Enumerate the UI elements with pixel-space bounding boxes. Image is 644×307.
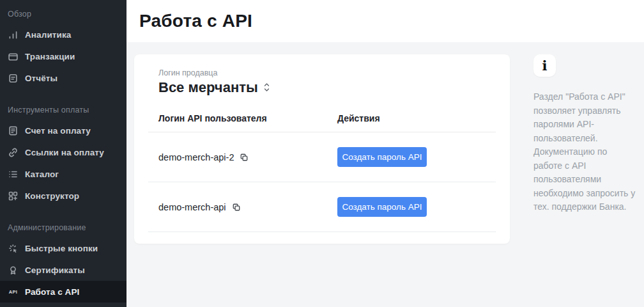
login-cell: demo-merch-api <box>148 202 337 212</box>
table-row: demo-merch-api-2 Создать пароль API <box>148 132 496 182</box>
info-panel: i Раздел "Работа с API" позволяет управл… <box>533 54 636 244</box>
main-area: Работа с API Логин продавца Все мерчанты… <box>126 0 644 307</box>
catalog-icon <box>8 169 19 180</box>
column-header-actions: Действия <box>337 113 496 123</box>
api-icon: API <box>8 287 19 297</box>
sidebar-item-api[interactable]: API Работа с API <box>0 281 126 303</box>
table-header: Логин API пользователя Действия <box>148 113 496 132</box>
content: Логин продавца Все мерчанты Логин API по… <box>126 42 644 244</box>
sidebar-item-label: Отчёты <box>25 74 57 83</box>
sidebar-item-analytics[interactable]: Аналитика <box>0 24 126 45</box>
sidebar-item-certificates[interactable]: Сертификаты <box>0 259 126 281</box>
sidebar-section-label: Инструменты оплаты <box>0 106 126 114</box>
unfold-more-icon <box>264 79 270 96</box>
login-cell: demo-merch-api-2 <box>148 152 337 162</box>
action-cell: Создать пароль API <box>337 147 496 167</box>
sidebar-item-label: Аналитика <box>25 30 71 40</box>
merchant-select-value: Все мерчанты <box>158 79 258 96</box>
sidebar-item-reports[interactable]: Отчёты <box>0 67 126 89</box>
merchant-select[interactable]: Все мерчанты <box>158 79 270 97</box>
sidebar-item-label: Сертификаты <box>25 265 85 275</box>
sidebar-item-transactions[interactable]: Транзакции <box>0 45 126 67</box>
bar-chart-icon <box>8 29 19 40</box>
report-icon <box>8 73 19 84</box>
sidebar-item-label: Транзакции <box>25 52 75 61</box>
merchant-select-block: Логин продавца Все мерчанты <box>148 68 496 97</box>
link-icon <box>8 147 19 158</box>
api-login: demo-merch-api-2 <box>158 152 234 162</box>
create-api-password-button[interactable]: Создать пароль API <box>337 197 427 217</box>
api-login: demo-merch-api <box>158 202 226 212</box>
quick-click-icon <box>8 243 19 254</box>
sidebar-item-catalog[interactable]: Каталог <box>0 163 126 185</box>
merchant-select-label: Логин продавца <box>158 68 496 77</box>
wallet-icon <box>8 51 19 62</box>
sidebar-section: Инструменты оплаты Счет на оплату Ссылки… <box>0 106 126 207</box>
copy-icon[interactable] <box>232 203 241 212</box>
sidebar-item-payment-links[interactable]: Ссылки на оплату <box>0 141 126 163</box>
sidebar-section-label: Администрирование <box>0 223 126 232</box>
sidebar-items: Быстрые кнопки Сертификаты API Работа с … <box>0 237 126 303</box>
table-body: demo-merch-api-2 Создать пароль API demo… <box>148 132 496 232</box>
column-header-login: Логин API пользователя <box>148 113 337 123</box>
sidebar-item-label: Ссылки на оплату <box>25 148 104 157</box>
certificate-icon <box>8 265 19 276</box>
sidebar-section-label: Обзор <box>0 10 126 19</box>
action-cell: Создать пароль API <box>337 197 496 217</box>
sidebar-item-quick-buttons[interactable]: Быстрые кнопки <box>0 237 126 259</box>
table-row: demo-merch-api Создать пароль API <box>148 182 496 232</box>
sidebar-item-label: Работа с API <box>25 287 79 297</box>
sidebar: Обзор Аналитика Транзакции Отчёты Инстру… <box>0 0 126 307</box>
sidebar-section: Администрирование Быстрые кнопки Сертифи… <box>0 223 126 303</box>
api-users-card: Логин продавца Все мерчанты Логин API по… <box>134 54 510 244</box>
sidebar-item-label: Конструктор <box>25 191 79 201</box>
copy-icon[interactable] <box>240 153 249 162</box>
sidebar-section: Обзор Аналитика Транзакции Отчёты <box>0 10 126 89</box>
sidebar-item-invoice[interactable]: Счет на оплату <box>0 120 126 141</box>
sidebar-item-label: Быстрые кнопки <box>25 244 98 253</box>
info-panel-text: Раздел "Работа с API" позволяет управлят… <box>533 90 636 214</box>
sidebar-item-label: Счет на оплату <box>25 126 91 136</box>
sidebar-items: Аналитика Транзакции Отчёты <box>0 24 126 89</box>
constructor-icon <box>8 191 19 201</box>
sidebar-item-label: Каталог <box>25 169 59 179</box>
invoice-icon <box>8 125 19 136</box>
sidebar-items: Счет на оплату Ссылки на оплату Каталог … <box>0 120 126 207</box>
sidebar-item-constructor[interactable]: Конструктор <box>0 185 126 207</box>
create-api-password-button[interactable]: Создать пароль API <box>337 147 427 167</box>
info-icon: i <box>533 54 556 77</box>
page-header: Работа с API <box>126 0 644 42</box>
page-title: Работа с API <box>139 11 252 31</box>
